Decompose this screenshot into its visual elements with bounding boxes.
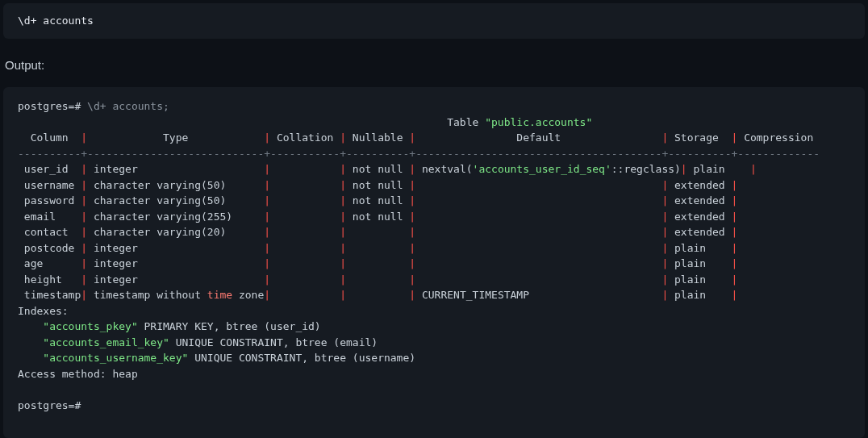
terminal-scroll-region[interactable]: postgres=# \d+ accounts; Table "public.a… bbox=[18, 98, 850, 427]
command-input-block: \d+ accounts bbox=[3, 3, 865, 39]
terminal-output-block: postgres=# \d+ accounts; Table "public.a… bbox=[3, 87, 865, 438]
output-label: Output: bbox=[0, 47, 868, 85]
command-text: \d+ accounts bbox=[18, 15, 94, 27]
